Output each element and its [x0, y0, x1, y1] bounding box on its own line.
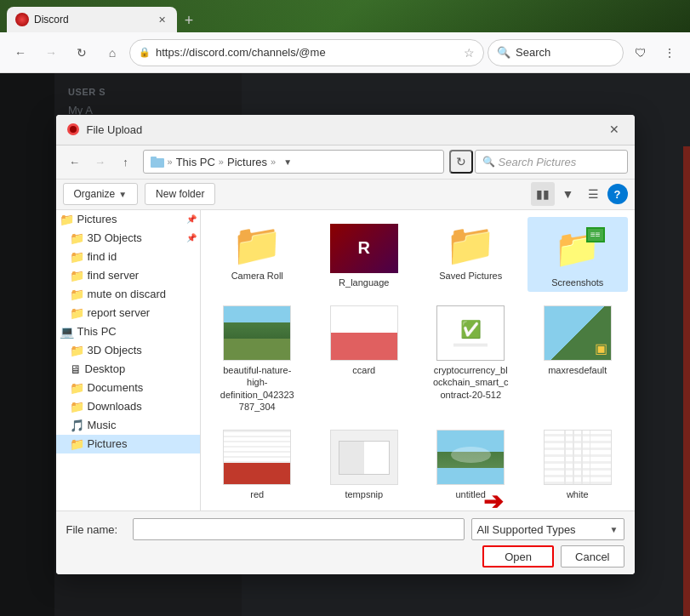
lock-icon: 🔒 [139, 47, 151, 58]
pin-icon2: 📌 [186, 233, 197, 242]
dialog-title: File Upload [87, 123, 597, 136]
file-item-beautiful-nature[interactable]: beautiful-nature-high-definition_0423237… [208, 299, 308, 416]
tree-item-label: find server [88, 269, 140, 282]
dialog-back-button[interactable]: ← [63, 150, 87, 174]
dialog-search-icon: 🔍 [482, 156, 495, 168]
file-item-untitled[interactable]: untitled [421, 423, 522, 504]
file-item-name: cryptocurrency_blockchain_smart_contract… [432, 364, 509, 401]
filename-input[interactable] [133, 518, 465, 540]
folder-icon: 📁 [60, 213, 74, 226]
tree-item-documents[interactable]: 📁 Documents [56, 379, 200, 397]
breadcrumb-separator2: » [219, 157, 224, 167]
folder-thumbnail: R [330, 224, 398, 273]
cancel-button[interactable]: Cancel [561, 545, 624, 568]
home-button[interactable]: ⌂ [99, 39, 126, 66]
file-item-saved-pictures[interactable]: 📁 Saved Pictures [421, 217, 522, 292]
tab-close-button[interactable]: ✕ [155, 13, 168, 26]
file-item-red[interactable]: red [208, 423, 308, 504]
file-item-camera-roll[interactable]: 📁 Camera Roll [208, 217, 308, 292]
discord-tab[interactable]: Discord ✕ [7, 7, 177, 32]
tree-item-label: 3D Objects [88, 231, 142, 244]
tree-item-label: Documents [88, 381, 144, 394]
address-bar[interactable]: 🔒 https://discord.com/channels/@me ☆ [129, 39, 484, 66]
dialog-refresh-button[interactable]: ↻ [449, 150, 473, 174]
file-upload-dialog: File Upload ✕ ← → ↑ » This PC » Pictures… [56, 115, 635, 575]
tree-item-downloads[interactable]: 📁 Downloads [56, 397, 200, 416]
back-button[interactable]: ← [7, 39, 34, 66]
tree-item-label: This PC [77, 325, 117, 338]
new-folder-button[interactable]: New folder [145, 183, 215, 205]
more-button[interactable]: ⋮ [656, 39, 683, 66]
tree-item-label: Pictures [77, 213, 117, 225]
view-icons-button[interactable]: ▮▮ [531, 182, 555, 206]
tree-item-label: find id [88, 250, 117, 263]
folder-thumbnail: 📁 [445, 224, 496, 266]
tree-item-3dobjects-pinned[interactable]: 📁 3D Objects 📌 [56, 229, 200, 248]
help-button[interactable]: ? [607, 184, 628, 204]
tree-item-label: Desktop [85, 362, 126, 375]
tree-item-pictures-pinned[interactable]: 📁 Pictures 📌 [56, 210, 200, 229]
file-item-cryptocurrency[interactable]: ✅ cryptocurrency_blockchain_smart_contra… [421, 299, 522, 416]
view-list-button[interactable]: ☰ [582, 182, 606, 206]
tree-item-music[interactable]: 🎵 Music [56, 416, 200, 435]
file-item-white[interactable]: white [527, 423, 628, 504]
tree-item-label: 3D Objects [88, 344, 142, 356]
organize-dropdown-icon: ▼ [118, 190, 127, 199]
pin-icon: 📌 [186, 214, 197, 224]
breadcrumb-separator: » [168, 157, 173, 167]
dialog-forward-button[interactable]: → [88, 150, 112, 174]
tree-item-findserver[interactable]: 📁 find server [56, 266, 200, 285]
tree-item-reportserver[interactable]: 📁 report server [56, 304, 200, 322]
file-item-name: R_language [339, 277, 389, 288]
dialog-close-button[interactable]: ✕ [604, 119, 624, 140]
tree-item-desktop[interactable]: 🖥 Desktop [56, 360, 200, 379]
tree-item-thispc[interactable]: 💻 This PC [56, 322, 200, 341]
dialog-bottom: File name: All Supported Types ▼ Open Ca… [56, 510, 635, 574]
browser-search-bar[interactable]: 🔍 Search [488, 39, 624, 66]
tree-item-pictures[interactable]: 📁 Pictures [56, 435, 200, 453]
breadcrumb-dropdown-button[interactable]: ▼ [279, 153, 296, 170]
view-dropdown-button[interactable]: ▼ [556, 182, 580, 206]
folder-blue-icon: 📁 [70, 381, 84, 395]
tree-item-findid[interactable]: 📁 find id [56, 248, 200, 266]
filetype-dropdown[interactable]: All Supported Types ▼ [471, 518, 624, 540]
file-item-screenshots[interactable]: 📁 ≡≡ Screenshots [527, 217, 628, 292]
reload-button[interactable]: ↻ [68, 39, 95, 66]
file-thumbnail [544, 430, 612, 485]
tree-item-label: Pictures [88, 437, 128, 450]
dialog-up-button[interactable]: ↑ [114, 150, 138, 174]
tree-item-label: mute on discard [88, 288, 167, 300]
organize-button[interactable]: Organize ▼ [63, 183, 139, 205]
organize-label: Organize [74, 188, 116, 200]
tree-item-3dobjects[interactable]: 📁 3D Objects [56, 341, 200, 360]
filetype-dropdown-icon: ▼ [610, 525, 619, 534]
file-thumbnail: ✅ [436, 305, 505, 361]
folder-yellow-icon: 📁 [70, 250, 84, 264]
file-item-ccard[interactable]: ccard [314, 299, 414, 416]
search-icon: 🔍 [497, 46, 510, 59]
new-tab-button[interactable]: + [177, 9, 201, 32]
breadcrumb-folder-icon [151, 156, 164, 168]
tree-item-label: Music [88, 419, 117, 431]
file-panel: 📁 Camera Roll R R_language 📁 [201, 210, 635, 511]
dialog-search-box[interactable]: 🔍 Search Pictures [475, 150, 628, 174]
file-item-rlanguage[interactable]: R R_language [314, 217, 414, 292]
file-thumbnail [223, 430, 291, 485]
breadcrumb-pictures[interactable]: Pictures [227, 156, 267, 168]
tab-bar: Discord ✕ + [0, 0, 690, 32]
dialog-titlebar: File Upload ✕ [56, 115, 635, 145]
music-icon: 🎵 [70, 419, 84, 432]
file-item-maxresdefault[interactable]: maxresdefault [527, 299, 628, 416]
breadcrumb-this-pc[interactable]: This PC [176, 156, 215, 168]
desktop-icon: 🖥 [70, 362, 82, 376]
file-item-tempsnip[interactable]: tempsnip [314, 423, 414, 504]
dialog-buttons: Open Cancel [66, 545, 624, 568]
file-grid: 📁 Camera Roll R R_language 📁 [208, 217, 628, 505]
file-thumbnail [330, 305, 398, 361]
file-item-name: Camera Roll [231, 270, 283, 282]
open-button[interactable]: Open [482, 545, 554, 568]
download-folder-icon: 📁 [70, 400, 84, 414]
extensions-button[interactable]: 🛡 [627, 39, 654, 66]
tree-item-muteondiscard[interactable]: 📁 mute on discard [56, 285, 200, 304]
forward-button[interactable]: → [37, 39, 65, 66]
